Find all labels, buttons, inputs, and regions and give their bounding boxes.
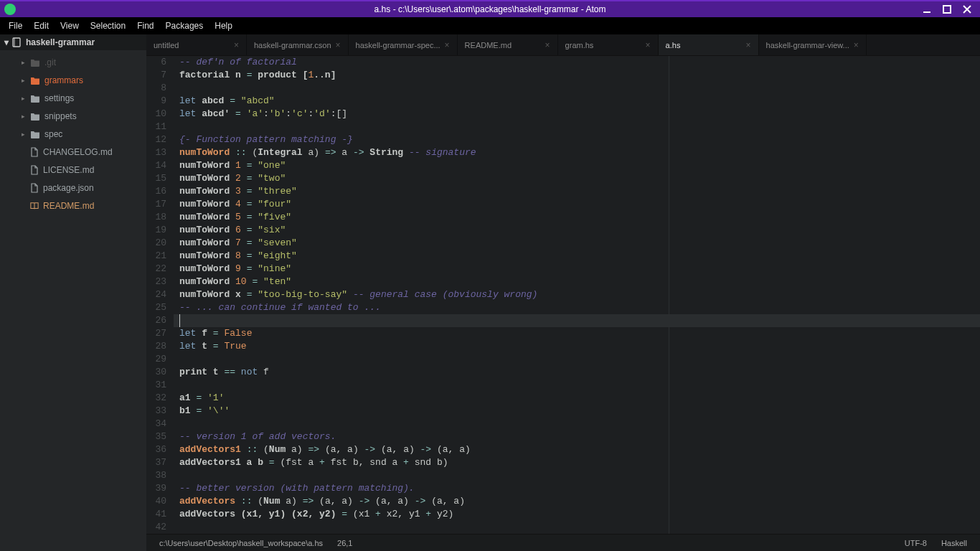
code-line[interactable]: numToWord 4 = "four" (174, 198, 980, 211)
code-line[interactable]: numToWord 5 = "five" (174, 211, 980, 224)
line-number[interactable]: 38 (146, 469, 166, 482)
line-number[interactable]: 31 (146, 379, 166, 392)
code-line[interactable]: addVectors1 :: (Num a) => (a, a) -> (a, … (174, 443, 980, 456)
line-number[interactable]: 37 (146, 456, 166, 469)
code-line[interactable]: addVectors :: (Num a) => (a, a) -> (a, a… (174, 495, 980, 508)
line-number[interactable]: 8 (146, 82, 166, 95)
line-number[interactable]: 11 (146, 121, 166, 133)
menu-file[interactable]: File (3, 21, 28, 31)
code-line[interactable] (174, 353, 980, 366)
tree-item--git[interactable]: ▸.git (0, 53, 146, 71)
tree-item-changelog-md[interactable]: CHANGELOG.md (0, 143, 146, 161)
close-button[interactable] (957, 1, 977, 17)
code-line[interactable]: a1 = '1' (174, 392, 980, 405)
menu-find[interactable]: Find (131, 21, 159, 31)
menu-selection[interactable]: Selection (85, 21, 131, 31)
line-number[interactable]: 10 (146, 108, 166, 121)
line-number[interactable]: 23 (146, 276, 166, 288)
line-number[interactable]: 24 (146, 288, 166, 301)
code-line[interactable] (174, 82, 980, 95)
code-line[interactable]: let abcd' = 'a':'b':'c':'d':[] (174, 108, 980, 121)
tree-item-spec[interactable]: ▸spec (0, 125, 146, 143)
line-number[interactable]: 18 (146, 211, 166, 224)
line-number[interactable]: 12 (146, 133, 166, 146)
line-number[interactable]: 27 (146, 327, 166, 340)
line-number[interactable]: 9 (146, 95, 166, 108)
line-number[interactable]: 29 (146, 353, 166, 366)
code-line[interactable]: numToWord :: (Integral a) => a -> String… (174, 146, 980, 159)
line-number[interactable]: 40 (146, 495, 166, 508)
line-number[interactable]: 28 (146, 340, 166, 353)
tree-item-readme-md[interactable]: README.md (0, 197, 146, 215)
code-line[interactable]: addVectors1 a b = (fst a + fst b, snd a … (174, 456, 980, 469)
status-file-path[interactable]: c:\Users\user\Desktop\haskell_workspace\… (152, 539, 330, 547)
line-number[interactable]: 20 (146, 237, 166, 250)
code-line[interactable]: numToWord 7 = "seven" (174, 237, 980, 250)
line-number[interactable]: 16 (146, 185, 166, 198)
line-number[interactable]: 21 (146, 250, 166, 263)
line-number[interactable]: 34 (146, 418, 166, 430)
tab-haskell-grammar-cson[interactable]: haskell-grammar.cson× (247, 34, 349, 55)
code-line[interactable]: b1 = '\'' (174, 405, 980, 418)
code-line[interactable]: -- ... can continue if wanted to ... (174, 301, 980, 314)
code-line[interactable]: addVectors (x1, y1) (x2, y2) = (x1 + x2,… (174, 508, 980, 521)
line-number[interactable]: 26 (146, 314, 166, 327)
maximize-button[interactable] (937, 1, 957, 17)
line-number[interactable]: 7 (146, 69, 166, 82)
tab-close-icon[interactable]: × (646, 40, 651, 50)
tab-a-hs[interactable]: a.hs× (659, 34, 759, 55)
tree-item-snippets[interactable]: ▸snippets (0, 107, 146, 125)
code-line[interactable]: let f = False (174, 327, 980, 340)
line-number[interactable]: 35 (146, 430, 166, 443)
tree-item-settings[interactable]: ▸settings (0, 89, 146, 107)
code-line[interactable]: numToWord 3 = "three" (174, 185, 980, 198)
tab-close-icon[interactable]: × (854, 40, 859, 50)
code-line[interactable]: {- Function pattern matching -} (174, 133, 980, 146)
line-number[interactable]: 42 (146, 521, 166, 534)
menu-packages[interactable]: Packages (160, 21, 209, 31)
tab-haskell-grammar-spec-[interactable]: haskell-grammar-spec...× (349, 34, 458, 55)
code-line[interactable]: numToWord 10 = "ten" (174, 276, 980, 288)
line-number-gutter[interactable]: 6789101112131415161718192021222324252627… (146, 56, 174, 534)
code-line[interactable] (174, 418, 980, 430)
minimize-button[interactable] (917, 1, 937, 17)
code-line[interactable]: let abcd = "abcd" (174, 95, 980, 108)
menu-view[interactable]: View (55, 21, 85, 31)
line-number[interactable]: 39 (146, 482, 166, 495)
code-line[interactable]: numToWord 6 = "six" (174, 224, 980, 237)
line-number[interactable]: 6 (146, 56, 166, 69)
line-number[interactable]: 15 (146, 172, 166, 185)
tab-gram-hs[interactable]: gram.hs× (558, 34, 659, 55)
text-editor[interactable]: 6789101112131415161718192021222324252627… (146, 56, 980, 534)
tree-item-license-md[interactable]: LICENSE.md (0, 161, 146, 179)
tab-close-icon[interactable]: × (336, 40, 341, 50)
tab-close-icon[interactable]: × (445, 40, 450, 50)
code-line[interactable] (174, 521, 980, 534)
line-number[interactable]: 25 (146, 301, 166, 314)
menu-help[interactable]: Help (209, 21, 238, 31)
code-line[interactable] (174, 121, 980, 133)
line-number[interactable]: 36 (146, 443, 166, 456)
tab-haskell-grammar-view-[interactable]: haskell-grammar-view...× (759, 34, 867, 55)
tree-item-package-json[interactable]: package.json (0, 179, 146, 197)
line-number[interactable]: 13 (146, 146, 166, 159)
line-number[interactable]: 33 (146, 405, 166, 418)
line-number[interactable]: 14 (146, 159, 166, 172)
status-cursor-position[interactable]: 26,1 (330, 539, 359, 547)
project-root[interactable]: ▾ haskell-grammar (0, 34, 146, 50)
line-number[interactable]: 22 (146, 263, 166, 276)
tab-close-icon[interactable]: × (746, 40, 751, 50)
code-line[interactable]: numToWord 1 = "one" (174, 159, 980, 172)
tab-readme-md[interactable]: README.md× (458, 34, 558, 55)
code-line[interactable]: -- better version (with pattern matching… (174, 482, 980, 495)
tree-item-grammars[interactable]: ▸grammars (0, 71, 146, 89)
tab-close-icon[interactable]: × (545, 40, 550, 50)
tab-untitled[interactable]: untitled× (146, 34, 247, 55)
code-line[interactable]: let t = True (174, 340, 980, 353)
code-line[interactable]: numToWord 2 = "two" (174, 172, 980, 185)
code-line[interactable] (174, 314, 980, 327)
editor-content[interactable]: -- def'n of factorialfactorial n = produ… (174, 56, 980, 534)
status-grammar[interactable]: Haskell (934, 539, 974, 547)
line-number[interactable]: 17 (146, 198, 166, 211)
status-encoding[interactable]: UTF-8 (897, 539, 934, 547)
